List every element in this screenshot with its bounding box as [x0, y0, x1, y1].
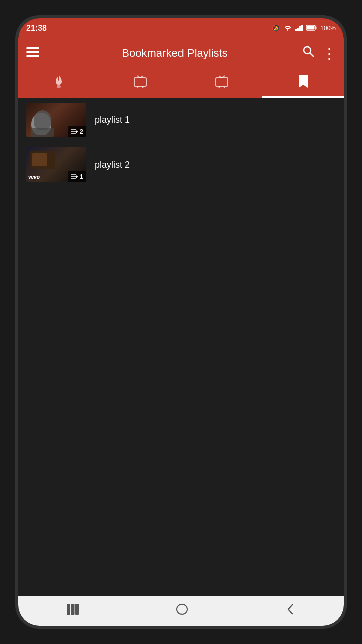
status-bar: 21:38 🔕: [18, 18, 344, 38]
tab-bookmark[interactable]: [262, 68, 344, 98]
app-bar: Bookmarked Playlists ⋮: [18, 38, 344, 68]
svg-rect-7: [26, 47, 39, 49]
svg-rect-1: [297, 28, 299, 31]
svg-rect-5: [316, 27, 317, 29]
svg-rect-6: [307, 26, 315, 30]
status-icons: 🔕: [272, 24, 336, 33]
wifi-icon: [283, 24, 292, 33]
playlist-name-2: playlist 2: [95, 159, 336, 170]
signal-icon: [295, 24, 303, 33]
svg-marker-25: [76, 130, 78, 133]
svg-rect-33: [177, 604, 187, 614]
svg-rect-31: [71, 604, 74, 615]
mute-icon: 🔕: [272, 24, 280, 32]
more-options-button[interactable]: ⋮: [322, 45, 336, 62]
battery-icon: [306, 24, 317, 32]
app-bar-actions: ⋮: [302, 45, 336, 62]
playlist-count-1: 2: [80, 128, 83, 135]
page-title: Bookmarked Playlists: [47, 47, 302, 60]
recent-apps-button[interactable]: [57, 600, 89, 622]
tv2-icon: [215, 75, 229, 92]
svg-line-11: [310, 53, 314, 56]
svg-rect-0: [295, 29, 297, 31]
svg-rect-17: [216, 78, 228, 86]
flame-icon: [52, 74, 66, 92]
svg-rect-12: [134, 78, 146, 86]
list-item[interactable]: 2 playlist 1: [18, 98, 344, 142]
bookmark-icon: [298, 74, 309, 92]
svg-rect-32: [75, 604, 79, 615]
svg-rect-9: [26, 55, 39, 57]
svg-rect-30: [67, 604, 70, 615]
search-button[interactable]: [302, 45, 314, 62]
tab-bar: [18, 68, 344, 98]
list-item[interactable]: vevo 1 playlist 2: [18, 142, 344, 187]
bottom-nav: [18, 596, 344, 626]
svg-rect-3: [301, 25, 303, 31]
tab-trending[interactable]: [18, 68, 100, 98]
home-button[interactable]: [166, 599, 198, 622]
tv1-icon: [133, 75, 147, 92]
thumbnail-1: 2: [26, 103, 86, 137]
playlist-name-1: playlist 1: [95, 115, 336, 125]
back-button[interactable]: [275, 600, 305, 622]
status-time: 21:38: [26, 24, 47, 33]
svg-rect-8: [26, 51, 39, 53]
menu-button[interactable]: [26, 46, 39, 60]
content-area: 2 playlist 1 vevo: [18, 98, 344, 596]
tab-tv2[interactable]: [181, 68, 262, 98]
thumbnail-overlay-1: 2: [68, 126, 86, 137]
svg-marker-29: [76, 175, 78, 178]
svg-rect-2: [299, 26, 301, 31]
thumbnail-overlay-2: 1: [68, 171, 86, 182]
thumbnail-2: vevo 1: [26, 147, 86, 182]
tab-tv1[interactable]: [100, 68, 181, 98]
playlist-count-2: 1: [80, 173, 83, 180]
battery-level: 100%: [320, 25, 336, 32]
